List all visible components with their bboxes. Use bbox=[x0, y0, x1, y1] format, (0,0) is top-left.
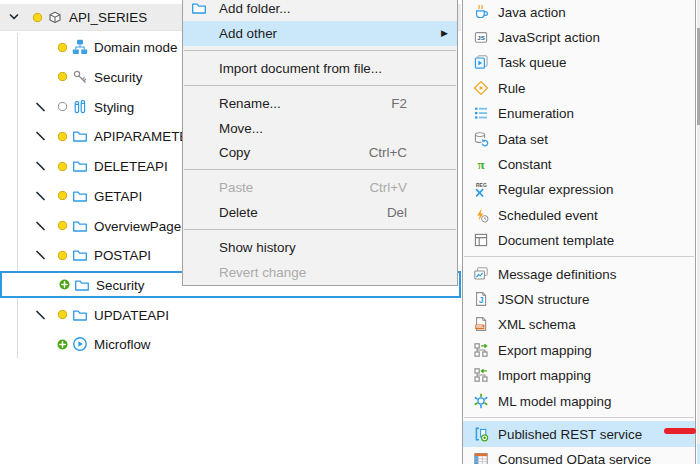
submenu-item-data-set[interactable]: Data set bbox=[463, 126, 695, 151]
submenu-item-regular-expression[interactable]: REGRegular expression bbox=[463, 177, 695, 202]
menu-item-label: Scheduled event bbox=[498, 207, 598, 223]
menu-item-label: Enumeration bbox=[498, 105, 574, 121]
enumeration-icon bbox=[473, 105, 489, 121]
tree-item-label: GETAPI bbox=[94, 188, 142, 204]
submenu-item-ml-model-mapping[interactable]: ML model mapping bbox=[463, 388, 695, 413]
export-mapping-icon bbox=[473, 342, 489, 358]
chevron-right-icon[interactable] bbox=[33, 190, 57, 202]
menu-separator bbox=[463, 413, 695, 421]
submenu-item-javascript-action[interactable]: JSJavaScript action bbox=[463, 24, 695, 49]
svg-text:JS: JS bbox=[477, 34, 485, 41]
menu-item-label: Add other bbox=[219, 25, 277, 41]
tree-item-label: Microflow bbox=[94, 336, 151, 352]
folder-icon bbox=[72, 128, 94, 144]
submenu-item-import-mapping[interactable]: Import mapping bbox=[463, 362, 695, 387]
submenu-item-json-structure[interactable]: JJSON structure bbox=[463, 286, 695, 311]
tree-item-label: DELETEAPI bbox=[94, 158, 168, 174]
chevron-right-icon[interactable] bbox=[33, 101, 57, 113]
menu-shortcut: Del bbox=[387, 204, 407, 220]
tree-item-label: UPDATEAPI bbox=[94, 307, 169, 323]
microflow-icon bbox=[72, 336, 94, 352]
menu-item-move[interactable]: Move... bbox=[183, 115, 457, 140]
styling-icon bbox=[72, 99, 94, 115]
menu-item-revert-change: Revert change bbox=[183, 259, 457, 284]
add-other-submenu: Java actionJSJavaScript actionTask queue… bbox=[462, 0, 696, 464]
chevron-right-icon[interactable] bbox=[33, 249, 57, 261]
json-structure-icon: J bbox=[473, 291, 489, 307]
menu-item-label: Regular expression bbox=[498, 181, 613, 197]
status-dot-yellow-icon bbox=[57, 220, 72, 231]
menu-item-label: Published REST service bbox=[498, 426, 642, 442]
chevron-down-icon[interactable] bbox=[8, 11, 32, 23]
submenu-item-task-queue[interactable]: Task queue bbox=[463, 50, 695, 75]
submenu-item-java-action[interactable]: Java action bbox=[463, 0, 695, 24]
submenu-item-xml-schema[interactable]: XMLXML schema bbox=[463, 312, 695, 337]
svg-text:REG: REG bbox=[476, 182, 487, 188]
submenu-item-message-definitions[interactable]: Message definitions bbox=[463, 261, 695, 286]
menu-item-add-other[interactable]: Add other▶ bbox=[183, 21, 457, 46]
key-icon bbox=[72, 69, 94, 85]
menu-item-label: ML model mapping bbox=[498, 393, 611, 409]
chevron-right-icon[interactable] bbox=[33, 309, 57, 321]
menu-item-label: Consumed OData service bbox=[498, 451, 651, 464]
tree-row-updateapi[interactable]: UPDATEAPI bbox=[0, 301, 461, 328]
scheduled-event-icon bbox=[473, 207, 489, 223]
menu-shortcut: Ctrl+V bbox=[369, 179, 407, 195]
folder-icon bbox=[72, 218, 94, 234]
submenu-item-constant[interactable]: πConstant bbox=[463, 151, 695, 176]
message-definitions-icon bbox=[473, 266, 489, 282]
tree-item-label: API_SERIES bbox=[69, 9, 147, 25]
menu-item-label: Import document from file... bbox=[219, 60, 382, 76]
app-canvas: API_SERIESDomain modeSecurityStylingAPIP… bbox=[0, 0, 700, 464]
menu-item-label: Copy bbox=[219, 144, 250, 160]
task-queue-icon bbox=[473, 54, 489, 70]
tree-item-label: Styling bbox=[94, 99, 134, 115]
menu-item-import-document-from-file[interactable]: Import document from file... bbox=[183, 56, 457, 81]
menu-separator bbox=[463, 253, 695, 261]
tree-item-label: OverviewPage bbox=[94, 218, 181, 234]
menu-item-label: Export mapping bbox=[498, 342, 592, 358]
java-action-icon bbox=[473, 4, 489, 20]
folder-icon bbox=[72, 188, 94, 204]
submenu-item-rule[interactable]: Rule bbox=[463, 75, 695, 100]
menu-item-label: Data set bbox=[498, 131, 548, 147]
status-dot-green-plus-icon bbox=[59, 279, 74, 290]
chevron-right-icon[interactable] bbox=[33, 160, 57, 172]
tree-row-microflow[interactable]: Microflow bbox=[0, 331, 461, 358]
status-dot-yellow-icon bbox=[57, 131, 72, 142]
menu-item-add-folder[interactable]: Add folder... bbox=[183, 0, 457, 21]
status-dot-white-icon bbox=[57, 101, 72, 112]
data-set-icon bbox=[473, 131, 489, 147]
chevron-right-icon[interactable] bbox=[33, 220, 57, 232]
import-mapping-icon bbox=[473, 367, 489, 383]
status-dot-yellow-icon bbox=[57, 250, 72, 261]
folder-icon bbox=[72, 307, 94, 323]
folder-icon bbox=[191, 0, 207, 16]
menu-item-show-history[interactable]: Show history bbox=[183, 234, 457, 259]
menu-item-delete[interactable]: DeleteDel bbox=[183, 200, 457, 225]
menu-item-label: XML schema bbox=[498, 316, 576, 332]
submenu-item-export-mapping[interactable]: Export mapping bbox=[463, 337, 695, 362]
folder-icon bbox=[74, 277, 96, 293]
svg-text:XML: XML bbox=[476, 325, 485, 330]
menu-item-label: Import mapping bbox=[498, 367, 591, 383]
tree-item-label: Security bbox=[96, 277, 144, 293]
status-dot-yellow-icon bbox=[57, 309, 72, 320]
tree-item-label: APIPARAMETE bbox=[94, 128, 188, 144]
domain-model-icon bbox=[72, 39, 94, 55]
folder-icon bbox=[72, 158, 94, 174]
submenu-item-enumeration[interactable]: Enumeration bbox=[463, 101, 695, 126]
chevron-right-icon[interactable] bbox=[33, 130, 57, 142]
submenu-item-consumed-odata-service[interactable]: Consumed OData service bbox=[463, 447, 695, 464]
status-dot-yellow-icon bbox=[57, 161, 72, 172]
menu-item-copy[interactable]: CopyCtrl+C bbox=[183, 140, 457, 165]
submenu-item-published-rest-service[interactable]: Published REST service bbox=[463, 421, 695, 446]
menu-item-label: Delete bbox=[219, 204, 258, 220]
menu-item-rename[interactable]: Rename...F2 bbox=[183, 90, 457, 115]
document-template-icon bbox=[473, 232, 489, 248]
menu-separator bbox=[183, 80, 457, 90]
submenu-item-scheduled-event[interactable]: Scheduled event bbox=[463, 202, 695, 227]
submenu-item-document-template[interactable]: Document template bbox=[463, 228, 695, 253]
svg-text:J: J bbox=[479, 295, 484, 305]
consumed-odata-service-icon bbox=[473, 451, 489, 464]
